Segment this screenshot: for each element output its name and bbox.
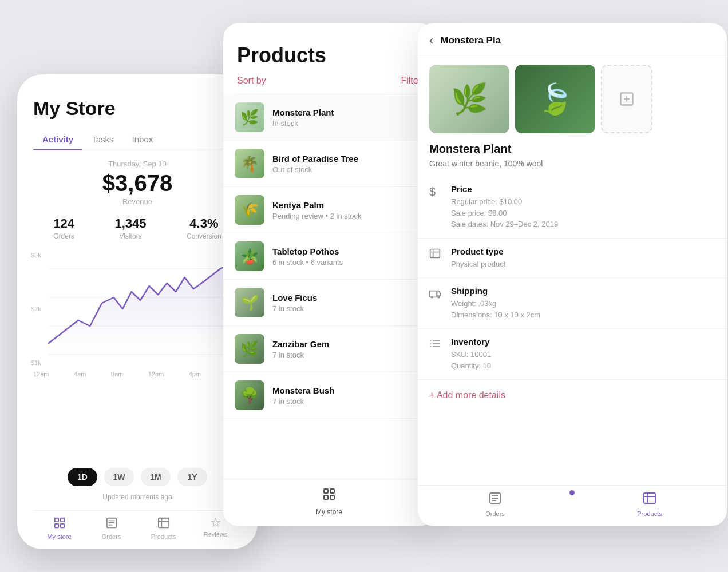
chart-svg — [31, 252, 244, 366]
conversion-label: Conversion — [187, 232, 221, 240]
update-label: Updated moments ago — [33, 493, 242, 501]
product-thumbnail: 🌾 — [235, 195, 264, 225]
svg-rect-4 — [54, 518, 58, 522]
product-thumbnail: 🪴 — [235, 241, 264, 271]
x-label-12pm: 12pm — [148, 371, 164, 378]
list-item[interactable]: 🌱 Love Ficus 7 in stock — [223, 280, 435, 326]
detail-bottom-nav: Orders Products — [418, 485, 727, 526]
x-label-4am: 4am — [74, 371, 86, 378]
stat-orders: 124 Orders — [53, 216, 74, 240]
revenue-chart: $3k $2k $1k — [31, 252, 244, 459]
detail-sections: $ Price Regular price: $10.00 Sale price… — [418, 176, 727, 485]
svg-rect-18 — [330, 495, 334, 499]
shipping-weight: Weight: .03kg — [451, 298, 715, 309]
phone-bottom-nav: My store Orders Products — [33, 510, 242, 549]
phone-nav-orders[interactable]: Orders — [85, 517, 137, 540]
store-title: My Store — [33, 97, 242, 120]
panel-bottom-nav: My store — [223, 479, 435, 526]
tab-activity[interactable]: Activity — [33, 130, 82, 150]
sort-filter-row: Sort by Filter — [237, 76, 421, 94]
phone-nav-mystore[interactable]: My store — [33, 517, 85, 540]
svg-rect-38 — [644, 493, 655, 503]
add-details-button[interactable]: + Add more details — [418, 380, 727, 411]
time-1y-button[interactable]: 1Y — [177, 468, 207, 486]
shipping-dimensions: Dimensions: 10 x 10 x 2cm — [451, 309, 715, 321]
svg-rect-7 — [60, 524, 64, 527]
list-item[interactable]: 🌴 Bird of Paradise Tree Out of stock — [223, 141, 435, 187]
product-thumbnail: 🌿 — [235, 334, 264, 364]
shipping-section: Shipping Weight: .03kg Dimensions: 10 x … — [418, 278, 727, 329]
svg-rect-12 — [158, 518, 168, 528]
list-item[interactable]: 🌾 Kentya Palm Pending review • 2 in stoc… — [223, 187, 435, 233]
inventory-icon — [429, 338, 443, 352]
product-status: Out of stock — [272, 165, 424, 174]
list-item[interactable]: 🌿 Zanzibar Gem 7 in stock — [223, 326, 435, 372]
products-panel: Products Sort by Filter 🌿 Monstera Plant… — [223, 23, 435, 526]
product-detail-desc: Great winter beanie, 100% wool — [418, 159, 727, 176]
list-item[interactable]: 🪴 Tabletop Pothos 6 in stock • 6 variant… — [223, 233, 435, 280]
products-nav-label: Products — [151, 533, 176, 540]
tab-inbox[interactable]: Inbox — [123, 130, 163, 150]
svg-rect-6 — [54, 524, 58, 527]
products-icon — [157, 517, 170, 531]
sale-dates: Sale dates: Nov 29–Dec 2, 2019 — [451, 219, 715, 230]
reviews-icon: ☆ — [210, 517, 221, 529]
sale-price: Sale price: $8.00 — [451, 208, 715, 219]
list-item[interactable]: 🌳 Monstera Bush 7 in stock — [223, 372, 435, 419]
add-image-button[interactable] — [601, 65, 652, 133]
mystore-nav-label: My store — [47, 533, 71, 540]
phone-screen: My Store Activity Tasks Inbox Thursday, … — [17, 74, 258, 549]
detail-nav-orders[interactable]: Orders — [418, 491, 572, 517]
time-1m-button[interactable]: 1M — [141, 468, 171, 486]
product-name: Kentya Palm — [272, 200, 424, 210]
product-thumbnail: 🌳 — [235, 380, 264, 410]
shipping-title: Shipping — [451, 286, 715, 296]
list-item[interactable]: 🌿 Monstera Plant In stock — [223, 94, 435, 141]
products-nav-label: Products — [637, 510, 662, 517]
product-type-title: Product type — [451, 247, 715, 256]
product-name: Monstera Bush — [272, 386, 424, 395]
product-detail-name: Monstera Plant — [418, 142, 727, 159]
x-label-12am: 12am — [33, 371, 49, 378]
price-section: $ Price Regular price: $10.00 Sale price… — [418, 176, 727, 239]
svg-rect-5 — [60, 518, 64, 522]
product-list: 🌿 Monstera Plant In stock 🌴 Bird of Para… — [223, 94, 435, 479]
product-image-1: 🌿 — [429, 65, 509, 133]
product-status: In stock — [272, 119, 424, 128]
orders-nav-label: Orders — [102, 533, 121, 540]
orders-notification-dot — [569, 490, 575, 495]
product-thumbnail: 🌴 — [235, 149, 264, 178]
time-1d-button[interactable]: 1D — [68, 468, 97, 486]
orders-label: Orders — [53, 232, 74, 240]
stat-conversion: 4.3% Conversion — [187, 216, 221, 240]
tab-tasks[interactable]: Tasks — [82, 130, 122, 150]
time-buttons: 1D 1W 1M 1Y — [33, 468, 242, 486]
back-button[interactable]: ‹ — [429, 34, 433, 47]
product-status: 7 in stock — [272, 304, 424, 313]
price-title: Price — [451, 184, 715, 194]
detail-header-title: Monstera Pla — [440, 35, 715, 46]
svg-rect-17 — [324, 495, 328, 499]
visitors-label: Visitors — [114, 232, 146, 240]
regular-price: Regular price: $10.00 — [451, 196, 715, 208]
reviews-nav-label: Reviews — [204, 531, 228, 538]
product-status: 7 in stock — [272, 351, 424, 359]
inventory-section: Inventory SKU: 10001 Quantity: 10 — [418, 329, 727, 380]
product-name: Bird of Paradise Tree — [272, 154, 424, 164]
detail-nav-products[interactable]: Products — [572, 491, 727, 517]
svg-point-27 — [438, 296, 440, 298]
product-detail-panel: ‹ Monstera Pla 🌿 🍃 Monstera Plant Great … — [418, 23, 727, 526]
orders-icon — [105, 517, 118, 531]
products-nav-icon — [643, 491, 656, 509]
time-1w-button[interactable]: 1W — [104, 468, 134, 486]
product-name: Love Ficus — [272, 293, 424, 303]
product-image-2: 🍃 — [515, 65, 595, 133]
sort-button[interactable]: Sort by — [237, 76, 266, 86]
panel-bottom-label: My store — [316, 508, 342, 516]
inventory-title: Inventory — [451, 337, 715, 347]
panel-bottom-icon — [322, 487, 336, 505]
product-name: Zanzibar Gem — [272, 339, 424, 349]
revenue-label: Revenue — [33, 197, 242, 206]
svg-rect-22 — [430, 249, 440, 257]
phone-nav-products[interactable]: Products — [137, 517, 189, 540]
